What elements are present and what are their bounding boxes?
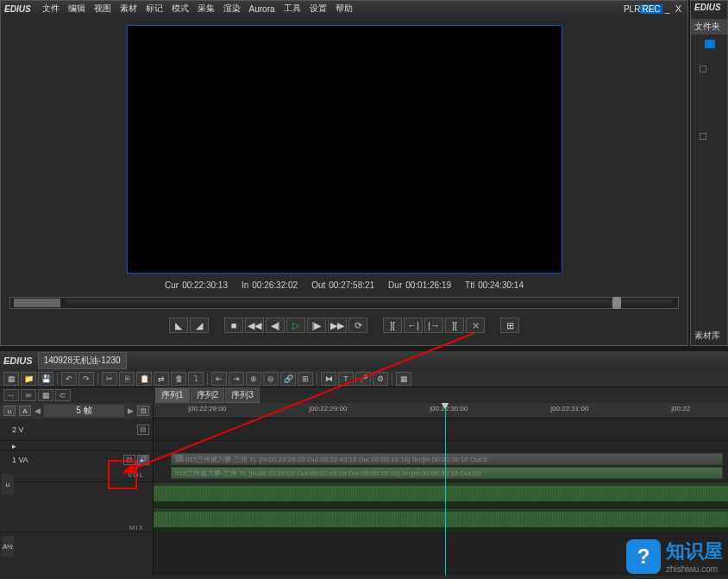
menu-view[interactable]: 视图 xyxy=(94,3,111,15)
position-slider[interactable] xyxy=(66,299,673,306)
scale-mode-u[interactable]: u xyxy=(3,406,16,416)
track-lane-audio-wave-l[interactable] xyxy=(154,482,728,508)
mode-normal[interactable]: ↔ xyxy=(3,389,19,401)
watermark-icon: ? xyxy=(626,539,661,574)
app-logo: EDIUS xyxy=(4,4,31,14)
scale-value[interactable]: 5 帧 xyxy=(44,405,124,417)
menu-capture[interactable]: 采集 xyxy=(198,3,215,15)
track-lane-audio-wave-r[interactable] xyxy=(154,508,728,534)
waveform xyxy=(154,512,728,527)
menu-file[interactable]: 文件 xyxy=(42,3,60,15)
menu-bar: EDIUS 文件 编辑 视图 素材 标记 模式 采集 渲染 Aurora 工具 … xyxy=(1,1,687,16)
bin-folder-tab[interactable]: 文件夹 xyxy=(691,19,727,35)
extra-button[interactable]: ⊞ xyxy=(500,318,519,333)
mode-snap[interactable]: ⊂ xyxy=(55,389,71,401)
watermark-url: zhishiwu.com xyxy=(666,564,723,574)
bin-item[interactable] xyxy=(705,40,715,48)
menu-help[interactable]: 帮助 xyxy=(336,3,353,15)
track-patch-column: u A½ xyxy=(2,422,14,557)
timecode-row: Cur00:22:30:13 In00:26:32:02 Out00:27:58… xyxy=(1,280,687,290)
close-button[interactable]: X xyxy=(675,3,681,14)
svg-line-0 xyxy=(131,333,474,469)
menu-clip[interactable]: 素材 xyxy=(120,3,137,15)
tool-undo[interactable]: ↶ xyxy=(61,372,77,386)
project-tab[interactable]: 140928无机油-1230 xyxy=(38,352,127,369)
bin-panel-title: EDIUS xyxy=(691,1,727,14)
minimize-button[interactable]: _ xyxy=(665,3,670,14)
monitor-window: EDIUS 文件 编辑 视图 素材 标记 模式 采集 渲染 Aurora 工具 … xyxy=(0,0,688,346)
menu-aurora[interactable]: Aurora xyxy=(249,4,275,14)
mode-sync[interactable]: ▦ xyxy=(38,389,53,401)
patch-u[interactable]: u xyxy=(2,474,14,494)
bin-footer-label: 素材库 xyxy=(694,330,720,342)
plr-rec-indicator: PLRREC xyxy=(624,4,662,14)
tool-open[interactable]: 📁 xyxy=(21,372,36,386)
waveform xyxy=(154,486,728,501)
mode-ripple[interactable]: ∞ xyxy=(21,389,36,401)
tool-cut[interactable]: ✂ xyxy=(102,372,117,386)
annotation-arrow xyxy=(121,330,483,476)
menu-settings[interactable]: 设置 xyxy=(310,3,327,15)
tool-save[interactable]: 💾 xyxy=(38,372,53,386)
annotation-highlight-box xyxy=(108,460,137,489)
tc-in: 00:26:32:02 xyxy=(252,280,298,290)
tool-new[interactable]: ▦ xyxy=(3,372,19,386)
mix-label: MIX xyxy=(3,524,149,532)
timeline-logo: EDIUS xyxy=(3,356,33,366)
menu-edit[interactable]: 编辑 xyxy=(68,3,85,15)
scrub-bar[interactable] xyxy=(9,297,679,309)
preview-viewport[interactable] xyxy=(127,25,562,274)
tool-redo[interactable]: ↷ xyxy=(78,372,94,386)
watermark: ? 知识屋 zhishiwu.com xyxy=(626,538,723,574)
menu-render[interactable]: 渲染 xyxy=(223,3,241,15)
menu-marker[interactable]: 标记 xyxy=(146,3,163,15)
patch-a12[interactable]: A½ xyxy=(2,536,14,557)
bin-tree-node[interactable] xyxy=(700,133,706,140)
bin-tree-node[interactable] xyxy=(700,66,706,72)
position-cursor[interactable] xyxy=(612,297,621,309)
tc-ttl: 00:24:30:14 xyxy=(478,280,524,290)
shuttle-control[interactable] xyxy=(14,299,60,307)
scale-mode-a[interactable]: A xyxy=(19,406,31,416)
tc-cur: 00:22:30:13 xyxy=(182,280,228,290)
track-header-audio[interactable]: MIX xyxy=(0,482,153,532)
menu-mode[interactable]: 模式 xyxy=(172,3,189,15)
menu-tools[interactable]: 工具 xyxy=(284,3,301,15)
tc-out: 00:27:58:21 xyxy=(329,280,374,290)
tc-dur: 00:01:26:19 xyxy=(405,280,451,290)
watermark-brand: 知识屋 xyxy=(666,538,723,564)
scale-left[interactable]: ◀ xyxy=(35,406,41,415)
bin-panel: EDIUS 文件夹 素材库 xyxy=(690,0,728,346)
